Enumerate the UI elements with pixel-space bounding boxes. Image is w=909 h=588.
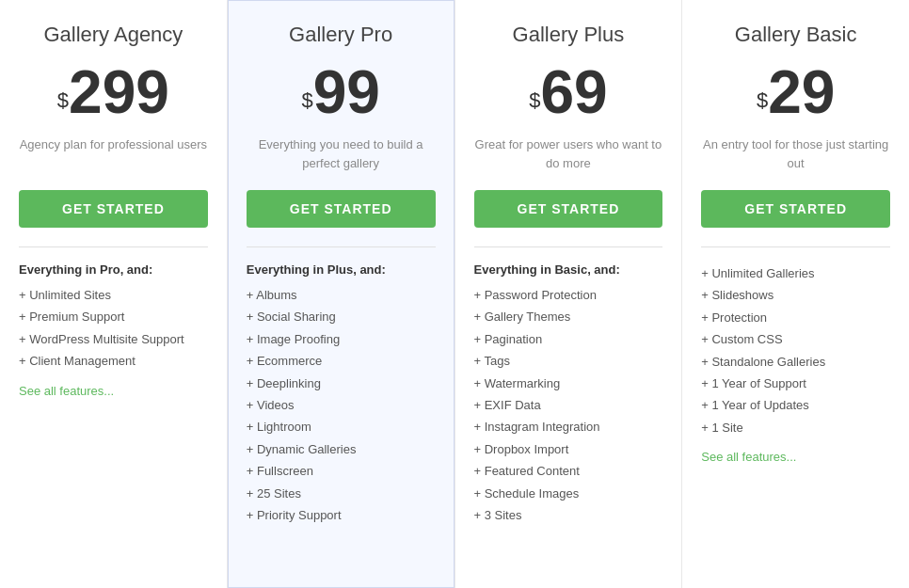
plan-plus-dollar: $ xyxy=(529,88,540,112)
plan-agency-price: $299 xyxy=(19,62,208,122)
plan-basic-features-list: + Unlimited Galleries+ Slideshows+ Prote… xyxy=(701,262,890,438)
plan-pro-divider xyxy=(247,246,436,247)
plan-basic-amount: 29 xyxy=(768,58,835,126)
plan-pro-amount: 99 xyxy=(313,58,380,126)
list-item: + Premium Support xyxy=(19,306,208,327)
list-item: + Slideshows xyxy=(701,284,890,306)
list-item: + Unlimited Galleries xyxy=(701,262,890,284)
list-item: + Watermarking xyxy=(474,373,663,394)
list-item: + 25 Sites xyxy=(247,483,436,504)
list-item: + Social Sharing xyxy=(247,306,436,327)
list-item: + Dropbox Import xyxy=(474,438,663,460)
plan-agency-name: Gallery Agency xyxy=(19,23,208,47)
plan-pro-cta-button[interactable]: GET STARTED xyxy=(247,190,436,228)
list-item: + Protection xyxy=(701,307,890,328)
plan-agency-cta-button[interactable]: GET STARTED xyxy=(19,190,208,228)
plan-pro-description: Everything you need to build a perfect g… xyxy=(247,135,436,173)
list-item: + Pagination xyxy=(474,328,663,350)
list-item: + Lightroom xyxy=(247,416,436,437)
plan-pro-features-header: Everything in Plus, and: xyxy=(247,262,436,277)
plan-basic-cta-button[interactable]: GET STARTED xyxy=(701,190,890,228)
plan-pro: Gallery Pro$99Everything you need to bui… xyxy=(228,0,455,588)
list-item: + Instagram Integration xyxy=(474,416,663,437)
list-item: + Featured Content xyxy=(474,460,663,482)
plan-pro-dollar: $ xyxy=(301,88,312,112)
list-item: + Gallery Themes xyxy=(474,306,663,327)
plan-pro-name: Gallery Pro xyxy=(247,23,436,47)
list-item: + Standalone Galleries xyxy=(701,351,890,373)
list-item: + EXIF Data xyxy=(474,394,663,416)
plan-basic-description: An entry tool for those just starting ou… xyxy=(701,135,890,173)
list-item: + Ecommerce xyxy=(247,350,436,372)
pricing-table: Gallery Agency$299Agency plan for profes… xyxy=(0,0,909,588)
plan-plus-cta-button[interactable]: GET STARTED xyxy=(474,190,663,228)
plan-plus-features-list: + Password Protection+ Gallery Themes+ P… xyxy=(474,284,663,526)
plan-agency-features-list: + Unlimited Sites+ Premium Support+ Word… xyxy=(19,284,208,373)
list-item: + Tags xyxy=(474,350,663,372)
list-item: + Image Proofing xyxy=(247,328,436,350)
plan-plus-amount: 69 xyxy=(540,58,607,126)
list-item: + Videos xyxy=(247,394,436,416)
plan-agency-description: Agency plan for professional users xyxy=(19,135,208,173)
list-item: + Password Protection xyxy=(474,284,663,306)
list-item: + Dynamic Galleries xyxy=(247,438,436,460)
plan-agency: Gallery Agency$299Agency plan for profes… xyxy=(0,0,228,588)
plan-plus-price: $69 xyxy=(474,62,663,122)
list-item: + Unlimited Sites xyxy=(19,284,208,306)
plan-agency-dollar: $ xyxy=(57,88,69,112)
list-item: + Deeplinking xyxy=(247,373,436,394)
plan-plus-description: Great for power users who want to do mor… xyxy=(474,135,663,173)
plan-agency-divider xyxy=(19,246,208,247)
list-item: + WordPress Multisite Support xyxy=(19,328,208,350)
list-item: + Priority Support xyxy=(247,504,436,526)
list-item: + 1 Year of Support xyxy=(701,373,890,394)
list-item: + Schedule Images xyxy=(474,483,663,504)
plan-basic: Gallery Basic$29An entry tool for those … xyxy=(682,0,909,588)
list-item: + Client Management xyxy=(19,350,208,372)
plan-plus: Gallery Plus$69Great for power users who… xyxy=(455,0,683,588)
plan-basic-price: $29 xyxy=(701,62,890,122)
plan-agency-features-header: Everything in Pro, and: xyxy=(19,262,208,277)
plan-basic-divider xyxy=(701,246,890,247)
list-item: + 3 Sites xyxy=(474,504,663,526)
list-item: + Albums xyxy=(247,284,436,306)
plan-agency-amount: 299 xyxy=(69,58,169,126)
list-item: + Fullscreen xyxy=(247,460,436,482)
plan-plus-name: Gallery Plus xyxy=(474,23,663,47)
plan-agency-see-all-link[interactable]: See all features... xyxy=(19,384,208,398)
plan-basic-name: Gallery Basic xyxy=(701,23,890,47)
plan-basic-dollar: $ xyxy=(757,88,768,112)
plan-pro-price: $99 xyxy=(247,62,436,122)
list-item: + Custom CSS xyxy=(701,328,890,350)
list-item: + 1 Site xyxy=(701,417,890,438)
plan-basic-see-all-link[interactable]: See all features... xyxy=(701,450,890,464)
plan-plus-features-header: Everything in Basic, and: xyxy=(474,262,663,277)
list-item: + 1 Year of Updates xyxy=(701,394,890,416)
plan-plus-divider xyxy=(474,246,663,247)
plan-pro-features-list: + Albums+ Social Sharing+ Image Proofing… xyxy=(247,284,436,526)
